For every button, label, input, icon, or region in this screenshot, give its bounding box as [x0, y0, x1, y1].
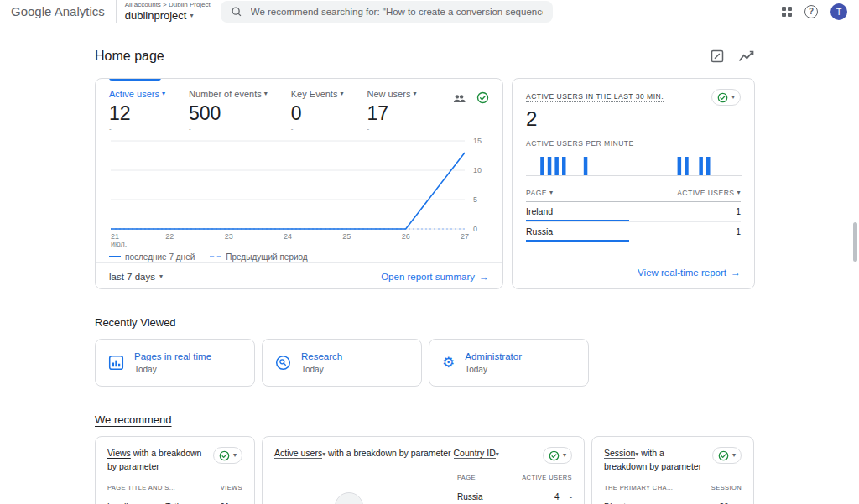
data-status-pill[interactable]: ▾ [711, 89, 741, 106]
overview-report-card: Active users▾ 12 - Number of events▾ 500… [95, 78, 503, 289]
view-realtime-report-link[interactable]: View real-time report→ [638, 267, 741, 278]
metric-tab-new-users[interactable]: New users▾ 17 - [367, 89, 416, 132]
per-minute-bar-chart [526, 152, 742, 177]
avatar[interactable]: T [830, 3, 847, 20]
chevron-down-icon: ▾ [264, 91, 268, 97]
data-status-pill[interactable]: ▾ [213, 447, 242, 464]
row-page: Ireland [526, 206, 553, 216]
metric-tab-number-of-events[interactable]: Number of events▾ 500 - [189, 89, 268, 132]
recent-item-meta: Today [465, 365, 522, 374]
data-status-pill[interactable]: ▾ [712, 447, 742, 464]
svg-text:27: 27 [461, 232, 469, 241]
column-header[interactable]: VIEWS [221, 484, 242, 491]
date-range-selector[interactable]: last 7 days ▾ [109, 272, 163, 282]
svg-text:24: 24 [284, 232, 292, 241]
svg-text:5: 5 [473, 195, 477, 204]
row-value-bar [526, 240, 629, 242]
data-status-pill[interactable]: ▾ [543, 447, 572, 464]
top-bar: Google Analytics All accounts > Dublin P… [0, 0, 859, 23]
column-header[interactable]: THE PRIMARY CHA... [604, 484, 673, 491]
column-header[interactable]: ACTIVE USERS [522, 474, 572, 481]
status-ok-icon [219, 450, 230, 461]
column-header[interactable]: SESSION [711, 484, 742, 491]
admin-gear-icon: ⚙ [442, 356, 455, 370]
recommend-card-title: Views with a breakdown by parameter [107, 447, 208, 474]
status-ok-icon [717, 92, 728, 103]
column-header[interactable]: PAGE [457, 474, 476, 481]
account-switcher[interactable]: All accounts > Dublin Project dublinproj… [116, 0, 211, 23]
status-ok-icon [549, 450, 560, 461]
recent-item-label: Pages in real time [134, 351, 211, 363]
we-recommend-title: We recommend [95, 413, 755, 426]
chevron-down-icon: ▾ [731, 94, 735, 101]
users-icon[interactable] [452, 91, 466, 106]
row-name: Russia [457, 492, 554, 501]
recommend-card-title: Active users▾ with a breakdown by parame… [274, 447, 499, 460]
date-range-label: last 7 days [109, 272, 155, 282]
realtime-title: ACTIVE USERS IN THE LAST 30 MIN. [526, 92, 664, 102]
parameter-selector[interactable]: Country ID [454, 448, 496, 459]
svg-text:июл.: июл. [111, 240, 127, 248]
open-report-summary-link[interactable]: Open report summary→ [381, 271, 489, 283]
metric-tab-active-users[interactable]: Active users▾ 12 - [109, 89, 165, 132]
metric-label: Number of events [189, 89, 262, 99]
chevron-down-icon: ▾ [340, 91, 343, 97]
apps-grid-icon[interactable] [782, 7, 792, 17]
notes-icon[interactable] [710, 49, 725, 64]
search-bar[interactable]: We recommend searching for: "How to crea… [221, 1, 553, 23]
chevron-down-icon: ▾ [162, 91, 165, 97]
metric-selector[interactable]: Active users [274, 448, 322, 459]
metric-value: 12 [109, 103, 165, 124]
metric-label: Key Events [291, 89, 338, 99]
header-actions: ? T [782, 3, 859, 20]
column-header-page[interactable]: PAGE▾ [526, 189, 554, 197]
metric-selector[interactable]: Session [604, 448, 635, 459]
insights-icon[interactable] [738, 49, 755, 63]
table-row[interactable]: Russia 4 - [457, 486, 572, 501]
recent-item-administrator[interactable]: ⚙ Administrator Today [429, 339, 589, 387]
svg-text:22: 22 [165, 232, 174, 241]
realtime-report-card: ACTIVE USERS IN THE LAST 30 MIN. ▾ 2 ACT… [512, 78, 755, 289]
search-placeholder: We recommend searching for: "How to crea… [251, 7, 543, 17]
search-icon [231, 6, 242, 18]
realtime-active-users-value: 2 [526, 107, 741, 131]
legend-dashed-line-icon [210, 256, 221, 257]
metric-selector[interactable]: Views [107, 448, 131, 458]
table-row[interactable]: Direct 26 - [604, 496, 742, 504]
chevron-down-icon: ▾ [737, 190, 741, 196]
legend-solid-line-icon [109, 256, 121, 257]
table-row[interactable]: Russia 1 [526, 222, 741, 242]
account-name: dublinproject [125, 10, 187, 21]
recommend-card-active-users-by-country: Active users▾ with a breakdown by parame… [262, 436, 585, 504]
overview-line-chart: 05101521июл.222324252627 [109, 132, 488, 249]
legend-label-previous: Предыдущий период [226, 252, 307, 262]
metric-tab-key-events[interactable]: Key Events▾ 0 - [291, 89, 344, 132]
per-minute-label: ACTIVE USERS PER MINUTE [526, 139, 741, 148]
recent-item-research[interactable]: Research Today [262, 339, 422, 387]
column-header[interactable]: PAGE TITLE AND S... [107, 484, 175, 491]
recent-item-meta: Today [301, 365, 342, 374]
status-ok-icon[interactable] [476, 91, 489, 104]
metric-label: Active users [109, 89, 159, 99]
recommend-card-session: Session▾ with a breakdown by parameter ▾… [591, 436, 754, 504]
help-icon[interactable]: ? [804, 5, 818, 18]
metric-label: New users [367, 89, 410, 99]
svg-text:10: 10 [473, 166, 482, 174]
scrollbar-thumb[interactable] [853, 222, 857, 262]
status-ok-icon [718, 450, 729, 461]
column-header-active-users[interactable]: ACTIVE USERS▾ [677, 189, 741, 197]
svg-text:25: 25 [342, 232, 351, 241]
svg-text:23: 23 [225, 232, 233, 241]
row-page: Russia [526, 226, 553, 236]
realtime-table: PAGE▾ ACTIVE USERS▾ Ireland 1 Russia [526, 189, 741, 242]
recent-item-pages-in-real-time[interactable]: Pages in real time Today [95, 339, 255, 387]
ga-home-page: Google Analytics All accounts > Dublin P… [0, 0, 859, 504]
row-users: 1 [736, 226, 741, 236]
ga-logo[interactable]: Google Analytics [0, 4, 116, 18]
realtime-pages-icon [108, 355, 124, 371]
recommend-card-views: Views with a breakdown by parameter ▾ PA… [95, 436, 255, 504]
chevron-down-icon: ▾ [563, 452, 566, 459]
svg-text:15: 15 [473, 137, 482, 145]
table-row[interactable]: Landing page - Tetia... 91 - [107, 496, 242, 504]
table-row[interactable]: Ireland 1 [526, 202, 741, 222]
